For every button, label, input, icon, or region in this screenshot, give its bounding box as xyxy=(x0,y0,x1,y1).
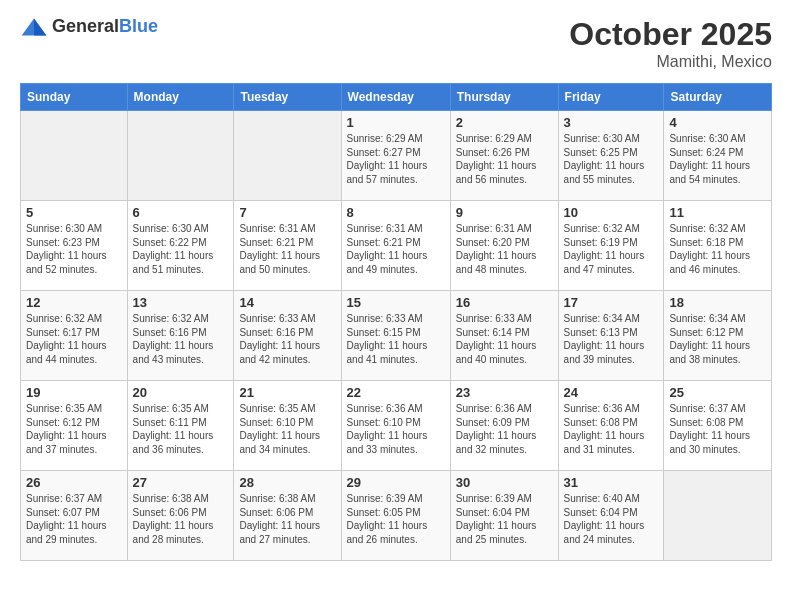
day-info: Sunrise: 6:39 AM Sunset: 6:04 PM Dayligh… xyxy=(456,492,553,546)
day-number: 12 xyxy=(26,295,122,310)
calendar-cell: 30Sunrise: 6:39 AM Sunset: 6:04 PM Dayli… xyxy=(450,471,558,561)
day-info: Sunrise: 6:36 AM Sunset: 6:08 PM Dayligh… xyxy=(564,402,659,456)
day-number: 10 xyxy=(564,205,659,220)
calendar-cell: 28Sunrise: 6:38 AM Sunset: 6:06 PM Dayli… xyxy=(234,471,341,561)
day-number: 25 xyxy=(669,385,766,400)
week-row-5: 26Sunrise: 6:37 AM Sunset: 6:07 PM Dayli… xyxy=(21,471,772,561)
calendar-cell: 25Sunrise: 6:37 AM Sunset: 6:08 PM Dayli… xyxy=(664,381,772,471)
day-number: 29 xyxy=(347,475,445,490)
day-info: Sunrise: 6:31 AM Sunset: 6:21 PM Dayligh… xyxy=(347,222,445,276)
day-info: Sunrise: 6:38 AM Sunset: 6:06 PM Dayligh… xyxy=(133,492,229,546)
calendar-body: 1Sunrise: 6:29 AM Sunset: 6:27 PM Daylig… xyxy=(21,111,772,561)
calendar-cell: 26Sunrise: 6:37 AM Sunset: 6:07 PM Dayli… xyxy=(21,471,128,561)
header: GeneralBlue October 2025 Mamithi, Mexico xyxy=(20,16,772,71)
day-info: Sunrise: 6:32 AM Sunset: 6:17 PM Dayligh… xyxy=(26,312,122,366)
day-number: 28 xyxy=(239,475,335,490)
weekday-header-thursday: Thursday xyxy=(450,84,558,111)
calendar-cell: 29Sunrise: 6:39 AM Sunset: 6:05 PM Dayli… xyxy=(341,471,450,561)
calendar-cell: 24Sunrise: 6:36 AM Sunset: 6:08 PM Dayli… xyxy=(558,381,664,471)
calendar-cell: 31Sunrise: 6:40 AM Sunset: 6:04 PM Dayli… xyxy=(558,471,664,561)
calendar-cell: 16Sunrise: 6:33 AM Sunset: 6:14 PM Dayli… xyxy=(450,291,558,381)
day-number: 2 xyxy=(456,115,553,130)
week-row-2: 5Sunrise: 6:30 AM Sunset: 6:23 PM Daylig… xyxy=(21,201,772,291)
svg-marker-1 xyxy=(34,18,46,35)
day-number: 26 xyxy=(26,475,122,490)
day-number: 13 xyxy=(133,295,229,310)
day-number: 16 xyxy=(456,295,553,310)
day-info: Sunrise: 6:30 AM Sunset: 6:24 PM Dayligh… xyxy=(669,132,766,186)
calendar-cell: 20Sunrise: 6:35 AM Sunset: 6:11 PM Dayli… xyxy=(127,381,234,471)
day-number: 11 xyxy=(669,205,766,220)
calendar-cell: 3Sunrise: 6:30 AM Sunset: 6:25 PM Daylig… xyxy=(558,111,664,201)
calendar-cell: 12Sunrise: 6:32 AM Sunset: 6:17 PM Dayli… xyxy=(21,291,128,381)
day-info: Sunrise: 6:30 AM Sunset: 6:25 PM Dayligh… xyxy=(564,132,659,186)
logo-icon xyxy=(20,17,48,37)
weekday-header-tuesday: Tuesday xyxy=(234,84,341,111)
weekday-header-wednesday: Wednesday xyxy=(341,84,450,111)
day-number: 27 xyxy=(133,475,229,490)
calendar-cell: 21Sunrise: 6:35 AM Sunset: 6:10 PM Dayli… xyxy=(234,381,341,471)
day-info: Sunrise: 6:34 AM Sunset: 6:12 PM Dayligh… xyxy=(669,312,766,366)
day-number: 23 xyxy=(456,385,553,400)
page: GeneralBlue October 2025 Mamithi, Mexico… xyxy=(0,0,792,577)
calendar-cell: 14Sunrise: 6:33 AM Sunset: 6:16 PM Dayli… xyxy=(234,291,341,381)
week-row-4: 19Sunrise: 6:35 AM Sunset: 6:12 PM Dayli… xyxy=(21,381,772,471)
calendar-cell: 23Sunrise: 6:36 AM Sunset: 6:09 PM Dayli… xyxy=(450,381,558,471)
week-row-1: 1Sunrise: 6:29 AM Sunset: 6:27 PM Daylig… xyxy=(21,111,772,201)
calendar-cell xyxy=(127,111,234,201)
calendar-cell: 4Sunrise: 6:30 AM Sunset: 6:24 PM Daylig… xyxy=(664,111,772,201)
day-info: Sunrise: 6:36 AM Sunset: 6:09 PM Dayligh… xyxy=(456,402,553,456)
calendar-cell xyxy=(234,111,341,201)
day-number: 3 xyxy=(564,115,659,130)
day-number: 5 xyxy=(26,205,122,220)
month-title: October 2025 xyxy=(569,16,772,53)
day-number: 19 xyxy=(26,385,122,400)
calendar-cell: 11Sunrise: 6:32 AM Sunset: 6:18 PM Dayli… xyxy=(664,201,772,291)
day-info: Sunrise: 6:32 AM Sunset: 6:18 PM Dayligh… xyxy=(669,222,766,276)
calendar-cell: 18Sunrise: 6:34 AM Sunset: 6:12 PM Dayli… xyxy=(664,291,772,381)
day-number: 9 xyxy=(456,205,553,220)
day-number: 21 xyxy=(239,385,335,400)
calendar-cell: 10Sunrise: 6:32 AM Sunset: 6:19 PM Dayli… xyxy=(558,201,664,291)
calendar-cell: 5Sunrise: 6:30 AM Sunset: 6:23 PM Daylig… xyxy=(21,201,128,291)
calendar-cell: 2Sunrise: 6:29 AM Sunset: 6:26 PM Daylig… xyxy=(450,111,558,201)
day-number: 30 xyxy=(456,475,553,490)
day-info: Sunrise: 6:37 AM Sunset: 6:07 PM Dayligh… xyxy=(26,492,122,546)
day-info: Sunrise: 6:33 AM Sunset: 6:15 PM Dayligh… xyxy=(347,312,445,366)
day-info: Sunrise: 6:29 AM Sunset: 6:27 PM Dayligh… xyxy=(347,132,445,186)
day-number: 24 xyxy=(564,385,659,400)
calendar-cell: 1Sunrise: 6:29 AM Sunset: 6:27 PM Daylig… xyxy=(341,111,450,201)
day-info: Sunrise: 6:34 AM Sunset: 6:13 PM Dayligh… xyxy=(564,312,659,366)
day-info: Sunrise: 6:39 AM Sunset: 6:05 PM Dayligh… xyxy=(347,492,445,546)
day-number: 4 xyxy=(669,115,766,130)
week-row-3: 12Sunrise: 6:32 AM Sunset: 6:17 PM Dayli… xyxy=(21,291,772,381)
day-number: 6 xyxy=(133,205,229,220)
day-info: Sunrise: 6:40 AM Sunset: 6:04 PM Dayligh… xyxy=(564,492,659,546)
day-info: Sunrise: 6:35 AM Sunset: 6:11 PM Dayligh… xyxy=(133,402,229,456)
day-info: Sunrise: 6:32 AM Sunset: 6:19 PM Dayligh… xyxy=(564,222,659,276)
day-info: Sunrise: 6:31 AM Sunset: 6:20 PM Dayligh… xyxy=(456,222,553,276)
day-info: Sunrise: 6:32 AM Sunset: 6:16 PM Dayligh… xyxy=(133,312,229,366)
weekday-header-saturday: Saturday xyxy=(664,84,772,111)
day-info: Sunrise: 6:36 AM Sunset: 6:10 PM Dayligh… xyxy=(347,402,445,456)
day-number: 14 xyxy=(239,295,335,310)
calendar-cell xyxy=(21,111,128,201)
day-info: Sunrise: 6:31 AM Sunset: 6:21 PM Dayligh… xyxy=(239,222,335,276)
calendar-cell: 6Sunrise: 6:30 AM Sunset: 6:22 PM Daylig… xyxy=(127,201,234,291)
calendar-cell: 22Sunrise: 6:36 AM Sunset: 6:10 PM Dayli… xyxy=(341,381,450,471)
day-number: 15 xyxy=(347,295,445,310)
logo-blue: Blue xyxy=(119,16,158,36)
day-info: Sunrise: 6:30 AM Sunset: 6:23 PM Dayligh… xyxy=(26,222,122,276)
weekday-header-monday: Monday xyxy=(127,84,234,111)
day-info: Sunrise: 6:35 AM Sunset: 6:10 PM Dayligh… xyxy=(239,402,335,456)
weekday-header-sunday: Sunday xyxy=(21,84,128,111)
day-number: 17 xyxy=(564,295,659,310)
weekday-header-friday: Friday xyxy=(558,84,664,111)
calendar-cell: 8Sunrise: 6:31 AM Sunset: 6:21 PM Daylig… xyxy=(341,201,450,291)
day-number: 20 xyxy=(133,385,229,400)
logo-general: General xyxy=(52,16,119,36)
calendar-cell: 27Sunrise: 6:38 AM Sunset: 6:06 PM Dayli… xyxy=(127,471,234,561)
day-info: Sunrise: 6:33 AM Sunset: 6:16 PM Dayligh… xyxy=(239,312,335,366)
title-block: October 2025 Mamithi, Mexico xyxy=(569,16,772,71)
day-number: 8 xyxy=(347,205,445,220)
